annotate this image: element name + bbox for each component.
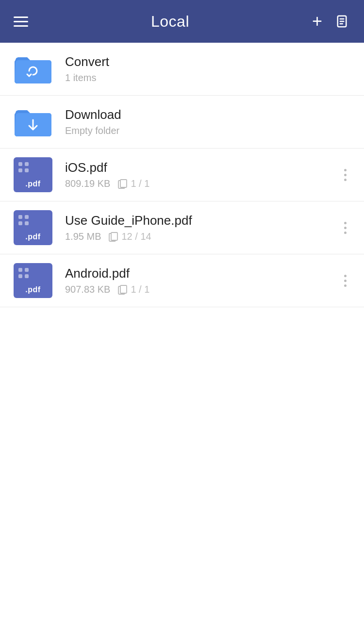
item-info: Download Empty folder: [65, 107, 350, 136]
menu-button[interactable]: [14, 17, 28, 27]
item-name: Use Guide_iPhone.pdf: [65, 213, 334, 228]
item-meta: 907.83 KB 1 / 1: [65, 284, 334, 295]
app-header: Local +: [0, 0, 364, 43]
svg-rect-6: [120, 180, 127, 187]
item-name: Convert: [65, 54, 350, 69]
item-name: Android.pdf: [65, 266, 334, 281]
item-meta: 809.19 KB 1 / 1: [65, 178, 334, 189]
item-meta: 1.95 MB 12 / 14: [65, 231, 334, 242]
edit-button[interactable]: [336, 14, 350, 29]
file-list: Convert 1 items Download Empty folder: [0, 43, 364, 307]
list-item[interactable]: .pdf iOS.pdf 809.19 KB 1 / 1: [0, 149, 364, 201]
item-info: Convert 1 items: [65, 54, 350, 83]
more-button[interactable]: [340, 164, 350, 186]
item-info: iOS.pdf 809.19 KB 1 / 1: [65, 160, 334, 189]
page-title: Local: [151, 13, 189, 31]
add-button[interactable]: +: [312, 13, 322, 30]
list-item[interactable]: .pdf Use Guide_iPhone.pdf 1.95 MB 12 / 1…: [0, 201, 364, 254]
svg-rect-10: [120, 285, 127, 293]
folder-icon: [14, 51, 52, 86]
item-name: Download: [65, 107, 350, 122]
page-count: 1 / 1: [118, 284, 149, 295]
pdf-icon: .pdf: [14, 157, 52, 192]
item-info: Android.pdf 907.83 KB 1 / 1: [65, 266, 334, 295]
svg-rect-8: [111, 232, 117, 240]
item-name: iOS.pdf: [65, 160, 334, 175]
list-item[interactable]: Download Empty folder: [0, 96, 364, 149]
pdf-icon: .pdf: [14, 210, 52, 245]
item-meta: 1 items: [65, 72, 350, 83]
item-info: Use Guide_iPhone.pdf 1.95 MB 12 / 14: [65, 213, 334, 242]
more-button[interactable]: [340, 270, 350, 292]
list-item[interactable]: .pdf Android.pdf 907.83 KB 1 / 1: [0, 254, 364, 307]
header-actions: +: [312, 13, 350, 30]
folder-icon: [14, 104, 52, 139]
more-button[interactable]: [340, 217, 350, 239]
page-count: 1 / 1: [118, 178, 149, 189]
item-meta: Empty folder: [65, 125, 350, 136]
pdf-icon: .pdf: [14, 263, 52, 298]
list-item[interactable]: Convert 1 items: [0, 43, 364, 96]
page-count: 12 / 14: [109, 231, 151, 242]
